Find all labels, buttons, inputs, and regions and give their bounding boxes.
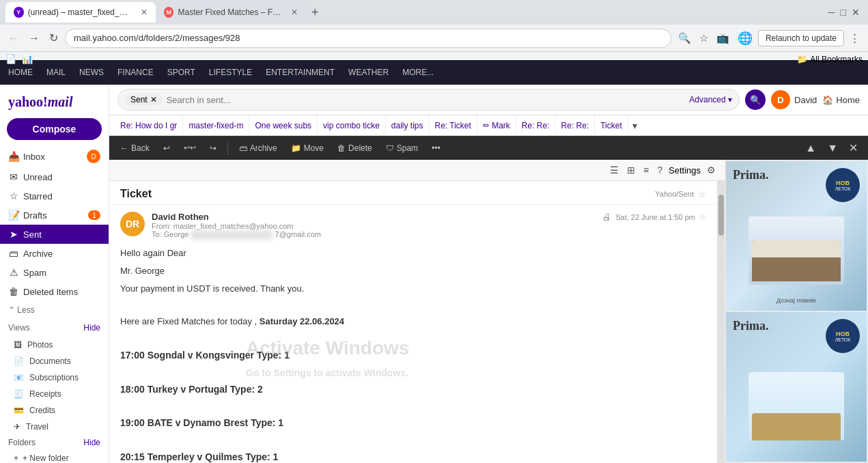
- sidebar-less-toggle[interactable]: ⌃ Less: [0, 301, 109, 319]
- profile-button[interactable]: 🌐: [735, 28, 755, 48]
- spam-icon: ⚠: [8, 267, 19, 278]
- quick-link-0[interactable]: Re: How do I gr: [115, 115, 183, 135]
- quick-link-2[interactable]: One week subs: [249, 115, 318, 135]
- up-arrow-button[interactable]: ▲: [802, 141, 820, 156]
- compact-view-btn[interactable]: ≡: [641, 163, 651, 178]
- search-submit-button[interactable]: 🔍: [745, 89, 766, 110]
- address-bar[interactable]: [65, 29, 671, 48]
- archive-button[interactable]: 🗃 Archive: [235, 141, 281, 155]
- maximize-button[interactable]: □: [841, 7, 846, 18]
- body-line-4: Here are Fixed Matches for today , Satur…: [120, 314, 706, 329]
- sidebar-item-starred[interactable]: ☆ Starred: [0, 186, 109, 206]
- quick-link-3[interactable]: vip combo ticke: [318, 115, 386, 135]
- sidebar-views-subscriptions[interactable]: 📧 Subscriptions: [0, 369, 109, 386]
- close-thread-button[interactable]: ✕: [845, 140, 861, 156]
- quick-link-8[interactable]: Re: Re:: [556, 115, 596, 135]
- sidebar-views-photos[interactable]: 🖼 Photos: [0, 337, 109, 353]
- quick-links-more[interactable]: ▾: [628, 120, 641, 131]
- quick-link-5[interactable]: Re: Ticket: [430, 115, 477, 135]
- folders-hide-btn[interactable]: Hide: [83, 438, 100, 447]
- search-tag-close[interactable]: ✕: [150, 95, 157, 104]
- tab-close-1[interactable]: ✕: [141, 8, 148, 17]
- compose-button[interactable]: Compose: [7, 118, 102, 140]
- spam-button[interactable]: 🛡 Spam: [382, 141, 422, 155]
- grid-view-btn[interactable]: ⊞: [625, 163, 637, 178]
- search-page-button[interactable]: 🔍: [675, 29, 694, 47]
- sidebar-views-documents[interactable]: 📄 Documents: [0, 353, 109, 369]
- email-star-icon[interactable]: ☆: [698, 189, 706, 199]
- nav-home[interactable]: HOME: [8, 68, 33, 77]
- tab-close-2[interactable]: ✕: [291, 8, 298, 17]
- print-icon[interactable]: 🖨: [602, 212, 611, 222]
- home-button[interactable]: 🏠 Home: [822, 95, 860, 105]
- search-input[interactable]: [167, 95, 686, 105]
- sidebar-item-unread[interactable]: ✉ Unread: [0, 167, 109, 186]
- sidebar-views-travel[interactable]: ✈ Travel: [0, 419, 109, 435]
- inbox-icon: 📥: [8, 151, 19, 162]
- sender-avatar: DR: [120, 212, 145, 236]
- delete-label: Delete: [348, 143, 372, 153]
- sidebar-item-inbox[interactable]: 📥 Inbox D: [0, 145, 109, 167]
- advanced-search-btn[interactable]: Advanced ▾: [689, 95, 732, 104]
- travel-icon: ✈: [14, 422, 20, 432]
- reply-button[interactable]: ↩: [159, 141, 174, 155]
- bookmark-button[interactable]: ☆: [697, 29, 711, 47]
- help-btn[interactable]: ?: [655, 163, 664, 178]
- ad1-header: Prima. НОВ ЛЕТОК: [733, 168, 860, 202]
- scroll-thumb[interactable]: [718, 195, 724, 236]
- scroll-bar[interactable]: [718, 181, 725, 463]
- photos-label: Photos: [27, 340, 53, 350]
- travel-label: Travel: [26, 422, 48, 432]
- quick-link-7[interactable]: Re: Re:: [516, 115, 556, 135]
- user-name: David: [794, 95, 817, 105]
- sidebar-item-spam[interactable]: ⚠ Spam: [0, 263, 109, 282]
- message-star[interactable]: ☆: [699, 212, 706, 221]
- forward-button[interactable]: ↪: [206, 141, 221, 155]
- tab-yahoo-mail[interactable]: Y (unread) – master_fixed_matc... ✕: [5, 2, 156, 23]
- nav-back-button[interactable]: ←: [5, 29, 22, 47]
- sidebar-item-archive[interactable]: 🗃 Archive: [0, 244, 109, 263]
- more-button[interactable]: •••: [428, 141, 445, 155]
- nav-finance[interactable]: FINANCE: [117, 68, 154, 77]
- new-tab-button[interactable]: +: [306, 5, 324, 20]
- sidebar-item-sent[interactable]: ➤ Sent: [0, 225, 109, 244]
- quick-link-6[interactable]: ✏ Mark: [477, 115, 516, 135]
- new-folder-button[interactable]: + + New folder: [0, 450, 109, 463]
- nav-entertainment[interactable]: ENTERTAINMENT: [266, 68, 335, 77]
- ad-panel: Prima. НОВ ЛЕТОК: [725, 160, 868, 463]
- relaunch-button[interactable]: Relaunch to update: [758, 30, 844, 46]
- nav-mail[interactable]: MAIL: [46, 68, 66, 77]
- quick-link-4[interactable]: daily tips: [386, 115, 430, 135]
- browser-tabs: Y (unread) – master_fixed_matc... ✕ M Ma…: [0, 0, 868, 25]
- all-bookmarks-label[interactable]: All Bookmarks: [810, 55, 863, 64]
- views-hide-btn[interactable]: Hide: [83, 323, 100, 333]
- move-button[interactable]: 📁 Move: [287, 141, 328, 155]
- tab-favicon-yahoo: Y: [14, 7, 24, 18]
- nav-reload-button[interactable]: ↻: [46, 29, 61, 47]
- delete-button[interactable]: 🗑 Delete: [333, 141, 376, 155]
- nav-weather[interactable]: WEATHER: [348, 68, 389, 77]
- reply-all-button[interactable]: ↩↩: [180, 141, 200, 154]
- down-arrow-button[interactable]: ▼: [824, 141, 841, 156]
- sidebar-views-credits[interactable]: 💳 Credits: [0, 402, 109, 419]
- tab-master-fixed[interactable]: M Master Fixed Matches – Footb... ✕: [156, 2, 306, 23]
- thread-toolbar: ← Back ↩ ↩↩ ↪ 🗃 Archive 📁 Move 🗑: [109, 136, 868, 160]
- list-view-btn[interactable]: ☰: [608, 163, 621, 178]
- nav-sport[interactable]: SPORT: [167, 68, 195, 77]
- ad2-badge-sub: ЛЕТОК: [835, 337, 851, 342]
- nav-more[interactable]: MORE...: [402, 68, 434, 77]
- sidebar-item-deleted[interactable]: 🗑 Deleted Items: [0, 282, 109, 301]
- nav-lifestyle[interactable]: LIFESTYLE: [209, 68, 252, 77]
- sidebar-views-receipts[interactable]: 🧾 Receipts: [0, 386, 109, 402]
- quick-link-1[interactable]: master-fixed-m: [183, 115, 249, 135]
- cast-button[interactable]: 📺: [714, 29, 732, 47]
- quick-link-9[interactable]: Ticket: [595, 115, 628, 135]
- nav-forward-button[interactable]: →: [26, 29, 42, 47]
- back-button[interactable]: ← Back: [116, 141, 154, 155]
- nav-news[interactable]: NEWS: [79, 68, 104, 77]
- menu-button[interactable]: ⋮: [847, 29, 863, 47]
- sidebar-item-drafts[interactable]: 📝 Drafts 1: [0, 206, 109, 225]
- settings-gear-btn[interactable]: ⚙: [705, 163, 718, 178]
- close-button[interactable]: ✕: [852, 7, 860, 18]
- minimize-button[interactable]: ─: [828, 7, 835, 18]
